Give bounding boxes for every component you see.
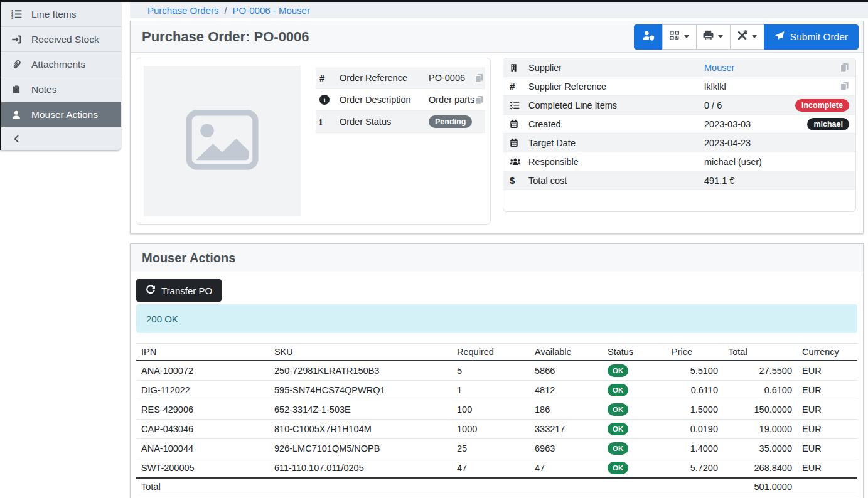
cell-currency: EUR	[797, 381, 857, 400]
list-check-icon	[510, 100, 528, 110]
copy-button[interactable]	[474, 95, 484, 105]
user-badge: michael	[807, 118, 849, 130]
cell-price: 0.0190	[667, 420, 723, 439]
cell-status: OK	[603, 400, 667, 420]
cell-sku: 652-3314Z-1-503E	[269, 400, 452, 420]
hashtag-icon: #	[319, 73, 340, 83]
cell-total: 35.0000	[723, 439, 797, 458]
purchase-order-panel-header: Purchase Order: PO-0006	[131, 21, 863, 53]
cell-currency: EUR	[797, 458, 857, 479]
admin-button[interactable]	[634, 24, 663, 50]
ok-badge: OK	[608, 423, 628, 435]
image-icon	[185, 109, 259, 173]
submit-order-button[interactable]: Submit Order	[764, 24, 859, 50]
ok-badge: OK	[608, 403, 628, 416]
paperclip-icon	[1, 60, 31, 70]
print-actions-button[interactable]	[696, 24, 731, 50]
cell-price: 0.6110	[667, 381, 723, 400]
detail-label: Order Description	[340, 95, 429, 105]
cell-sku: 250-72981KLRATR150B3	[269, 361, 452, 381]
sidebar-item-attachments[interactable]: Attachments	[1, 52, 121, 77]
mouser-actions-panel-header: Mouser Actions	[131, 244, 863, 272]
table-row: ANA-100072 250-72981KLRATR150B3 5 5866 O…	[136, 361, 857, 381]
sidebar-item-mouser-actions[interactable]: Mouser Actions	[1, 102, 121, 127]
cell-required: 25	[452, 439, 530, 458]
transfer-po-button[interactable]: Transfer PO	[136, 279, 222, 302]
cell-required: 1000	[452, 420, 530, 439]
detail-label: Order Reference	[340, 73, 429, 83]
building-icon	[510, 63, 528, 72]
sidebar-collapse-button[interactable]	[1, 127, 121, 150]
breadcrumb-link-current-order[interactable]: PO-0006 - Mouser	[233, 5, 310, 16]
detail-label: Target Date	[528, 138, 704, 148]
user-icon	[1, 110, 31, 120]
cell-ipn: ANA-100044	[136, 439, 269, 458]
detail-value: 491.1 €	[704, 176, 734, 186]
table-row: RES-429006 652-3314Z-1-503E 100 186 OK 1…	[136, 400, 857, 420]
cell-required: 100	[452, 400, 530, 420]
column-header-total: Total	[723, 344, 797, 361]
detail-value: michael (user)	[704, 157, 762, 167]
detail-value: 0 / 6	[704, 100, 722, 110]
detail-label: Order Status	[340, 117, 429, 127]
chevron-down-icon	[684, 35, 689, 38]
cell-available: 186	[530, 400, 603, 420]
sidebar-item-received-stock[interactable]: Received Stock	[1, 27, 121, 52]
detail-value: PO-0006	[429, 73, 465, 83]
cell-status: OK	[603, 420, 667, 439]
detail-row-responsible: Responsible michael (user)	[503, 152, 855, 171]
table-row: ANA-100044 926-LMC7101QM5/NOPB 25 6963 O…	[136, 439, 857, 458]
detail-label: Total cost	[528, 176, 704, 186]
sidebar-item-notes[interactable]: Notes	[1, 77, 121, 102]
detail-row-target-date: Target Date 2023-04-23	[503, 134, 855, 152]
copy-button[interactable]	[474, 73, 484, 83]
cell-required: 5	[452, 361, 530, 381]
cell-required: 47	[452, 458, 530, 479]
svg-text:3: 3	[11, 16, 14, 19]
cell-available: 6963	[530, 439, 603, 458]
column-header-price: Price	[667, 344, 723, 361]
breadcrumb-separator: /	[224, 5, 227, 16]
info-icon: i	[319, 117, 340, 127]
clipboard-icon	[1, 85, 31, 94]
detail-row-order-reference: # Order Reference PO-0006	[316, 67, 485, 89]
barcode-actions-button[interactable]	[662, 24, 697, 50]
copy-button[interactable]	[840, 82, 849, 91]
sidebar-item-line-items[interactable]: 123 Line Items	[1, 2, 121, 27]
cell-total: 150.0000	[723, 400, 797, 420]
detail-row-total-cost: $ Total cost 491.1 €	[503, 171, 855, 190]
sign-in-icon	[1, 34, 31, 45]
order-actions-button[interactable]	[730, 24, 764, 50]
paper-plane-icon	[774, 31, 785, 43]
detail-value: lklklkl	[704, 82, 726, 92]
chevron-left-icon	[1, 135, 31, 143]
cell-available: 5866	[530, 361, 603, 381]
detail-row-empty	[503, 190, 855, 211]
status-badge: Pending	[429, 115, 472, 128]
detail-row-supplier: Supplier Mouser	[503, 58, 855, 77]
sidebar-item-label: Line Items	[31, 9, 77, 20]
cell-status: OK	[603, 458, 667, 479]
breadcrumb-link-purchase-orders[interactable]: Purchase Orders	[147, 5, 218, 16]
sidebar-item-label: Received Stock	[31, 34, 99, 45]
status-alert: 200 OK	[136, 304, 857, 333]
table-row: CAP-043046 810-C1005X7R1H104M 1000 33321…	[136, 420, 857, 439]
cell-available: 4812	[530, 381, 603, 400]
detail-label: Supplier	[528, 63, 704, 73]
supplier-link[interactable]: Mouser	[704, 63, 734, 73]
detail-value: 2023-04-23	[704, 138, 751, 148]
mouser-actions-body: Transfer PO 200 OK IPN SKU Required Avai…	[131, 272, 863, 498]
copy-button[interactable]	[840, 63, 849, 72]
column-header-currency: Currency	[797, 344, 857, 361]
total-label: Total	[136, 478, 269, 495]
header-actions: Submit Order	[634, 24, 859, 50]
cell-sku: 611-110.107.011/0205	[269, 458, 452, 479]
tools-icon	[737, 30, 747, 43]
cell-price: 5.7200	[667, 458, 723, 479]
cell-sku: 595-SN74HCS74QPWRQ1	[269, 381, 452, 400]
cell-currency: EUR	[797, 420, 857, 439]
detail-label: Completed Line Items	[528, 100, 704, 110]
ok-badge: OK	[608, 384, 628, 396]
cell-total: 27.5500	[723, 361, 797, 381]
order-image-placeholder	[144, 66, 301, 216]
